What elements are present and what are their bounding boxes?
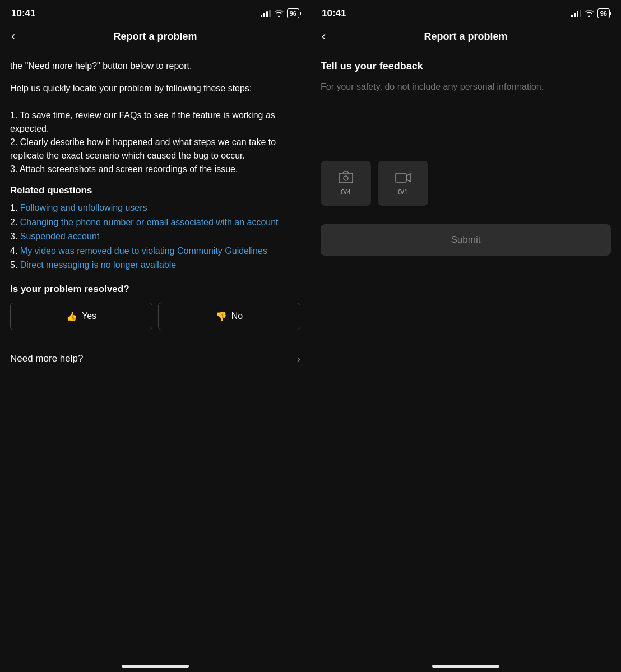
thumbs-down-icon: 👎	[216, 311, 227, 322]
related-list: 1. Following and unfollowing users 2. Ch…	[10, 201, 300, 272]
more-help-row[interactable]: Need more help? ›	[10, 344, 300, 374]
battery-icon-right: 96	[597, 8, 610, 18]
signal-icon-left	[261, 10, 271, 17]
yes-button[interactable]: 👍 Yes	[10, 303, 152, 330]
thumbs-up-icon: 👍	[66, 311, 77, 322]
list-item[interactable]: 3. Suspended account	[10, 229, 300, 244]
home-bar-right	[432, 665, 499, 668]
svg-rect-0	[339, 173, 353, 183]
list-item[interactable]: 1. Following and unfollowing users	[10, 201, 300, 215]
related-link-5[interactable]: Direct messaging is no longer available	[20, 260, 176, 270]
submit-section: Submit	[310, 215, 621, 265]
related-link-3[interactable]: Suspended account	[20, 231, 99, 241]
photo-count: 0/4	[341, 188, 351, 196]
battery-icon-left: 96	[287, 8, 299, 18]
add-photo-button[interactable]: 0/4	[321, 161, 371, 206]
resolved-label: Is your problem resolved?	[10, 284, 300, 295]
list-item[interactable]: 4. My video was removed due to violating…	[10, 244, 300, 258]
page-title-right: Report a problem	[310, 31, 621, 43]
list-item[interactable]: 2. Changing the phone number or email as…	[10, 215, 300, 230]
status-icons-left: 96	[261, 8, 299, 18]
related-link-2[interactable]: Changing the phone number or email assoc…	[20, 217, 279, 227]
status-bar-left: 10:41 96	[0, 0, 310, 24]
more-help-text: Need more help?	[10, 353, 83, 364]
home-indicator-right	[310, 658, 621, 672]
no-button[interactable]: 👎 No	[158, 303, 300, 330]
home-indicator-left	[0, 658, 310, 672]
submit-button[interactable]: Submit	[321, 224, 611, 256]
back-button-left[interactable]: ‹	[9, 29, 17, 44]
media-buttons: 0/4 0/1	[321, 161, 611, 206]
header-right: ‹ Report a problem	[310, 24, 621, 50]
list-item[interactable]: 5. Direct messaging is no longer availab…	[10, 258, 300, 272]
body-intro: the "Need more help?" button below to re…	[10, 59, 300, 73]
content-left: the "Need more help?" button below to re…	[0, 50, 310, 658]
page-title-left: Report a problem	[0, 31, 310, 43]
wifi-icon-right	[585, 9, 594, 18]
feedback-title: Tell us your feedback	[321, 61, 611, 72]
back-button-right[interactable]: ‹	[319, 29, 328, 44]
related-link-1[interactable]: Following and unfollowing users	[20, 203, 147, 212]
related-link-4[interactable]: My video was removed due to violating Co…	[20, 246, 267, 256]
related-heading: Related questions	[10, 185, 300, 196]
feedback-input[interactable]	[321, 80, 611, 147]
right-screen: 10:41 96 ‹ Report a problem	[310, 0, 621, 672]
add-video-button[interactable]: 0/1	[378, 161, 428, 206]
related-section: Related questions 1. Following and unfol…	[10, 185, 300, 374]
feedback-section: Tell us your feedback 0/4 0/1	[310, 50, 621, 215]
svg-rect-2	[396, 173, 406, 182]
video-count: 0/1	[398, 188, 408, 196]
wifi-icon-left	[274, 9, 284, 18]
header-left: ‹ Report a problem	[0, 24, 310, 50]
status-time-right: 10:41	[322, 8, 346, 19]
left-screen: 10:41 96 ‹ Report a problem	[0, 0, 310, 672]
status-bar-right: 10:41 96	[310, 0, 621, 24]
signal-icon-right	[571, 10, 581, 17]
status-icons-right: 96	[571, 8, 610, 18]
svg-point-1	[344, 176, 348, 180]
home-bar-left	[122, 665, 189, 668]
help-intro: Help us quickly locate your problem by f…	[10, 82, 300, 176]
resolved-buttons: 👍 Yes 👎 No	[10, 303, 300, 330]
chevron-right-icon: ›	[297, 353, 300, 365]
status-time-left: 10:41	[11, 8, 35, 19]
